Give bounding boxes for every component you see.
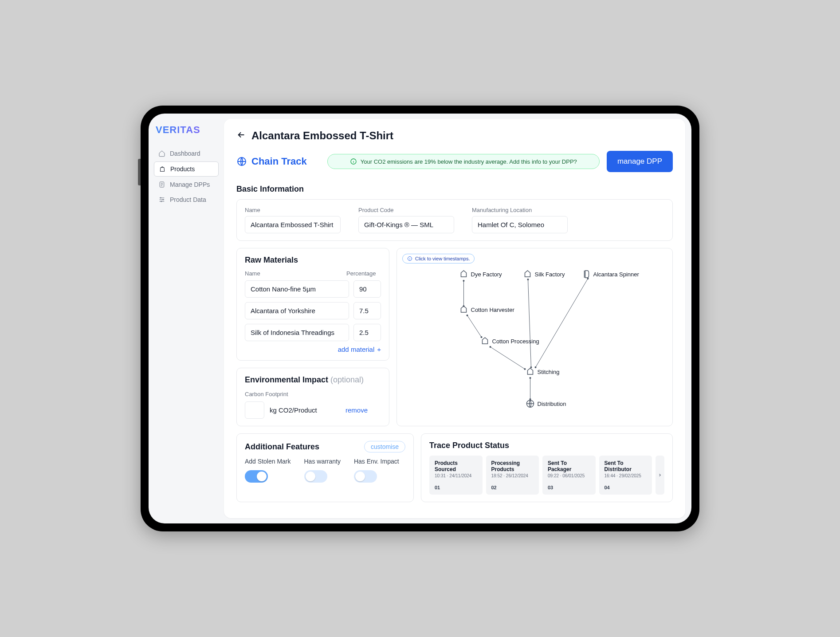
features-heading: Additional Features	[245, 442, 319, 452]
trace-card[interactable]: Sent To Distributor 16:44 · 29/02/2025 0…	[599, 456, 652, 495]
sidebar-item-label: Dashboard	[170, 150, 200, 157]
trace-card[interactable]: Processing Products 18:52 · 26/12/2024 0…	[486, 456, 539, 495]
section-label: Chain Track	[236, 156, 307, 167]
svg-point-11	[467, 315, 468, 316]
trace-card[interactable]: Products Sourced 10:31 · 24/11/2024 01	[429, 456, 483, 495]
chevron-right-icon	[658, 473, 662, 477]
info-icon	[350, 158, 357, 165]
diagram-svg: Dye Factory Silk Factory Alcantara Spinn…	[397, 248, 672, 426]
svg-text:Dye Factory: Dye Factory	[471, 271, 502, 278]
location-input[interactable]	[472, 216, 568, 233]
raw-materials-card: Raw Materials Name Percentage	[236, 248, 389, 361]
material-pct-col: Percentage	[346, 270, 381, 277]
remove-button[interactable]: remove	[345, 406, 368, 414]
main-panel: Alcantara Embossed T-Shirt Chain Track Y…	[224, 119, 685, 518]
logo: VERITAS	[154, 124, 219, 136]
svg-line-19	[536, 279, 588, 367]
back-button[interactable]	[236, 130, 246, 142]
location-label: Manufacturing Location	[472, 207, 568, 213]
toggle-env-label: Has Env. Impact	[354, 458, 399, 465]
globe-icon	[236, 156, 247, 167]
sidebar-item-label: Product Data	[170, 196, 206, 203]
diagram-node-harvester[interactable]: Cotton Harvester	[461, 306, 515, 313]
home-icon	[158, 150, 165, 157]
trace-heading: Trace Product Status	[429, 441, 664, 450]
trace-card[interactable]: Sent To Packager 09:22 · 06/01/2025 03	[542, 456, 596, 495]
toggle-env[interactable]	[354, 470, 377, 483]
sliders-icon	[158, 196, 165, 203]
svg-point-18	[530, 366, 532, 368]
diagram-node-processing[interactable]: Cotton Processing	[483, 338, 539, 345]
svg-line-13	[491, 347, 525, 369]
toggle-stolen-label: Add Stolen Mark	[245, 458, 291, 465]
page-title: Alcantara Embossed T-Shirt	[251, 130, 393, 142]
env-impact-heading: Environmental Impact (optional)	[245, 375, 381, 385]
sidebar: VERITAS Dashboard Products Manage DPPs P…	[149, 114, 224, 523]
add-material-button[interactable]: add material +	[245, 346, 381, 353]
svg-text:Stitching: Stitching	[538, 369, 560, 375]
material-name-col: Name	[245, 270, 341, 277]
name-input[interactable]	[245, 216, 341, 233]
diagram-node-alcantara[interactable]: Alcantara Spinner	[585, 271, 640, 278]
svg-point-15	[524, 368, 526, 370]
raw-materials-heading: Raw Materials	[245, 256, 381, 265]
code-label: Product Code	[358, 207, 454, 213]
carbon-footprint-label: Carbon Footprint	[245, 391, 288, 397]
toggle-warranty-label: Has warranty	[304, 458, 341, 465]
env-impact-card: Environmental Impact (optional) Carbon F…	[236, 368, 389, 426]
manage-dpp-button[interactable]: manage DPP	[607, 151, 673, 172]
product-code-input[interactable]	[358, 216, 454, 233]
name-label: Name	[245, 207, 341, 213]
sidebar-item-product-data[interactable]: Product Data	[154, 193, 219, 207]
svg-point-21	[535, 366, 537, 368]
sidebar-item-manage-dpps[interactable]: Manage DPPs	[154, 177, 219, 192]
svg-point-23	[530, 377, 531, 379]
basic-info-card: Name Product Code Manufacturing Location	[236, 199, 673, 241]
sidebar-item-dashboard[interactable]: Dashboard	[154, 146, 219, 161]
customise-button[interactable]: customise	[364, 441, 405, 452]
sidebar-item-label: Products	[170, 165, 195, 173]
supply-chain-diagram: Click to view timestamps. Dye Factory Si…	[396, 248, 673, 426]
carbon-unit: kg CO2/Product	[270, 406, 317, 414]
svg-point-17	[527, 279, 529, 280]
sidebar-item-label: Manage DPPs	[170, 181, 210, 188]
svg-text:Alcantara Spinner: Alcantara Spinner	[593, 271, 640, 278]
svg-text:Cotton Harvester: Cotton Harvester	[471, 307, 515, 313]
trace-next-button[interactable]	[656, 456, 664, 495]
svg-text:Silk Factory: Silk Factory	[535, 271, 565, 278]
arrow-left-icon	[236, 130, 246, 140]
svg-text:Cotton Processing: Cotton Processing	[492, 338, 539, 345]
svg-line-16	[528, 279, 531, 367]
material-pct-input[interactable]	[353, 302, 381, 319]
diagram-node-dye[interactable]: Dye Factory	[461, 271, 502, 278]
additional-features-card: Additional Features customise Add Stolen…	[236, 433, 414, 502]
diagram-node-silk[interactable]: Silk Factory	[525, 271, 565, 278]
svg-point-8	[463, 280, 465, 282]
basic-info-heading: Basic Information	[236, 185, 673, 194]
toggle-stolen[interactable]	[245, 470, 268, 483]
carbon-footprint-input[interactable]	[245, 401, 264, 419]
svg-text:Distribution: Distribution	[538, 401, 566, 407]
co2-banner[interactable]: Your CO2 emissions are 19% below the ind…	[327, 154, 600, 169]
material-pct-input[interactable]	[353, 280, 381, 298]
plus-icon: +	[377, 346, 381, 353]
svg-point-14	[490, 346, 491, 348]
toggle-warranty[interactable]	[304, 470, 327, 483]
material-pct-input[interactable]	[353, 324, 381, 341]
sidebar-item-products[interactable]: Products	[154, 161, 219, 177]
material-name-input[interactable]	[245, 324, 349, 341]
document-icon	[158, 181, 165, 188]
material-name-input[interactable]	[245, 280, 349, 298]
svg-line-10	[467, 315, 482, 337]
material-name-input[interactable]	[245, 302, 349, 319]
trace-status-card: Trace Product Status Products Sourced 10…	[421, 433, 673, 502]
svg-point-12	[481, 336, 483, 338]
bag-icon	[159, 165, 166, 173]
diagram-node-distribution[interactable]: Distribution	[527, 400, 566, 407]
diagram-node-stitching[interactable]: Stitching	[528, 368, 560, 375]
